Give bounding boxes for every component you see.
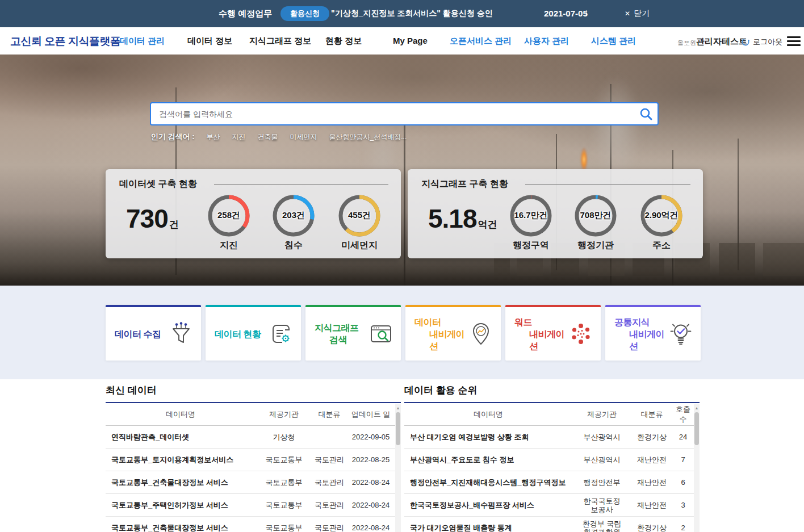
user-name: 관리자테스트 xyxy=(696,36,747,47)
graph-total: 5.18 억건 xyxy=(428,203,497,234)
table-row[interactable]: 부산광역시_주요도로 침수 정보 부산광역시 재난안전 7 xyxy=(404,449,694,471)
user-org: 올포원 xyxy=(677,39,696,47)
column-header: 제공기관 xyxy=(256,409,312,420)
donut-label: 침수 xyxy=(265,240,322,252)
table-row[interactable]: 국토교통부_토지이용계획정보서비스 국토교통부 국토관리 2022-08-25 xyxy=(106,449,395,471)
feature-label-line2: 검색 xyxy=(315,334,359,346)
donut-label: 행정기관 xyxy=(567,240,624,252)
logo[interactable]: 고신뢰 오픈 지식플랫폼 xyxy=(10,34,121,49)
nav-open-service-management[interactable]: 오픈서비스 관리 xyxy=(450,36,512,47)
scrollbar-thumb[interactable] xyxy=(694,412,699,445)
table-title: 데이터 활용 순위 xyxy=(404,384,700,397)
scroll-up-icon[interactable]: ▲ xyxy=(395,404,401,411)
table-header: 데이터명 제공기관 대분류 업데이트 일 xyxy=(106,403,395,426)
feature-label-line2: 내비게이션 xyxy=(614,328,668,352)
feature-label: 공통지식 xyxy=(614,316,668,328)
donut-fine-dust: 455건 미세먼지 xyxy=(331,194,388,252)
feature-data-status[interactable]: 데이터 현황 xyxy=(206,305,301,361)
logout-button[interactable]: 로그아웃 xyxy=(741,37,782,47)
table-scrollbar[interactable]: ▲ xyxy=(395,404,401,532)
table-row[interactable]: 국토교통부_건축물대장정보 서비스 국토교통부 국토관리 2022-08-24 xyxy=(106,471,395,494)
close-label: 닫기 xyxy=(634,9,650,19)
donut-label: 미세먼지 xyxy=(331,240,388,252)
donut-value: 16.7만건 xyxy=(503,210,559,221)
donut-admin-district: 16.7만건 행정구역 xyxy=(503,194,559,252)
feature-word-navigation[interactable]: 워드 내비게이션 xyxy=(505,305,601,361)
search-box xyxy=(150,102,659,125)
notification-close-button[interactable]: ✕ 닫기 xyxy=(625,9,650,19)
nav-knowledge-graph-info[interactable]: 지식그래프 정보 xyxy=(249,36,311,47)
latest-data-table: 최신 데이터 데이터명 제공기관 대분류 업데이트 일 연직바람관측_데이터셋 … xyxy=(106,384,401,532)
nav-data-info[interactable]: 데이터 정보 xyxy=(187,36,232,47)
scroll-gear-icon xyxy=(269,321,294,346)
feature-label: 데이터 수집 xyxy=(115,328,161,340)
table-scrollbar[interactable]: ▲ xyxy=(694,404,700,532)
feature-knowledge-graph-search[interactable]: 지식그래프 검색 xyxy=(305,305,401,361)
table-row[interactable]: 행정안전부_지진재해대응시스템_행정구역정보 행정안전부 재난안전 6 xyxy=(404,471,694,494)
search-icon xyxy=(639,107,654,122)
scroll-up-icon[interactable]: ▲ xyxy=(694,404,700,411)
total-unit: 억건 xyxy=(478,218,497,231)
nav-user-management[interactable]: 사용자 관리 xyxy=(524,36,569,47)
keyword-link[interactable]: 울산항만공사_선석배정... xyxy=(329,132,407,142)
feature-data-navigation[interactable]: 데이터 내비게이션 xyxy=(405,305,501,361)
dataset-status-card: 데이터셋 구축 현황 730 건 258건 지진 203건 xyxy=(106,169,401,258)
request-badge[interactable]: 활용신청 xyxy=(280,6,329,21)
feature-cards-section: 데이터 수집 데이터 현황 xyxy=(0,286,804,379)
nav-system-management[interactable]: 시스템 관리 xyxy=(591,36,636,47)
card-title: 지식그래프 구축 현황 xyxy=(421,178,508,190)
table-row[interactable]: 한국국토정보공사_배수펌프장 서비스 한국국토정보공사 재난안전 3 xyxy=(404,494,694,517)
column-header: 제공기관 xyxy=(572,409,631,420)
total-number: 5.18 xyxy=(428,203,477,234)
donut-earthquake: 258건 지진 xyxy=(200,194,257,252)
donut-value: 455건 xyxy=(331,210,388,221)
feature-label: 데이터 현황 xyxy=(215,328,261,340)
usage-ranking-table: 데이터 활용 순위 데이터명 제공기관 대분류 호출수 부산 대기오염 예경보발… xyxy=(404,384,700,532)
keyword-link[interactable]: 부산 xyxy=(207,132,220,142)
search-input[interactable] xyxy=(151,110,635,119)
donut-value: 708만건 xyxy=(567,210,624,221)
keyword-link[interactable]: 지진 xyxy=(232,132,246,142)
hamburger-menu-icon[interactable] xyxy=(787,36,801,48)
header: 고신뢰 오픈 지식플랫폼 데이터 관리 데이터 정보 지식그래프 정보 현황 정… xyxy=(0,27,804,55)
notification-message[interactable]: "기상청_지진정보 조회서비스" 활용신청 승인 xyxy=(331,9,493,19)
search-button[interactable] xyxy=(635,103,658,124)
column-header: 대분류 xyxy=(631,409,672,420)
donut-value: 203건 xyxy=(265,210,322,221)
donut-label: 주소 xyxy=(633,240,690,252)
table-row[interactable]: 국가 대기오염물질 배출량 통계 환경부 국립 환경과학원 환경기상 2 xyxy=(404,517,694,532)
table-row[interactable]: 국토교통부_주택인허가정보 서비스 국토교통부 국토관리 2022-08-24 xyxy=(106,494,395,517)
donut-address: 2.90억건 주소 xyxy=(633,194,690,252)
table-row[interactable]: 연직바람관측_데이터셋 기상청 2022-09-05 xyxy=(106,426,395,449)
total-number: 730 xyxy=(126,203,168,234)
column-header: 대분류 xyxy=(312,409,346,420)
divider xyxy=(214,184,388,185)
donut-value: 2.90억건 xyxy=(633,210,690,221)
column-header: 호출수 xyxy=(672,404,694,425)
feature-label: 데이터 xyxy=(414,316,468,328)
feature-label-line2: 내비게이션 xyxy=(514,328,568,352)
keyword-link[interactable]: 미세먼지 xyxy=(290,132,317,142)
feature-label: 지식그래프 xyxy=(315,322,359,334)
feature-common-knowledge-navigation[interactable]: 공통지식 내비게이션 xyxy=(605,305,701,361)
feature-label-line2: 내비게이션 xyxy=(414,328,468,352)
keyword-link[interactable]: 건축물 xyxy=(258,132,278,142)
nav-my-page[interactable]: My Page xyxy=(393,36,428,45)
scrollbar-thumb[interactable] xyxy=(396,412,400,445)
feature-data-collection[interactable]: 데이터 수집 xyxy=(106,305,201,361)
table-row[interactable]: 부산 대기오염 예경보발령 상황 조회 부산광역시 환경기상 24 xyxy=(404,426,694,449)
column-header: 데이터명 xyxy=(404,409,572,420)
table-header: 데이터명 제공기관 대분류 호출수 xyxy=(404,403,694,426)
expand-down-icon[interactable]: ↓ xyxy=(584,7,589,19)
notification-date: 2021-07-05 xyxy=(544,9,588,18)
nav-status-info[interactable]: 현황 정보 xyxy=(325,36,362,47)
page: 수행 예정업무 활용신청 "기상청_지진정보 조회서비스" 활용신청 승인 20… xyxy=(0,0,804,532)
donut-flood: 203건 침수 xyxy=(265,194,322,252)
nav-data-management[interactable]: 데이터 관리 xyxy=(120,36,165,47)
logout-label: 로그아웃 xyxy=(753,37,782,47)
card-title: 데이터셋 구축 현황 xyxy=(119,178,197,190)
table-row[interactable]: 국토교통부_건축물대장정보 서비스 국토교통부 국토관리 2022-08-24 xyxy=(106,517,395,532)
donut-label: 행정구역 xyxy=(503,240,559,252)
donut-value: 258건 xyxy=(200,210,257,221)
window-search-icon xyxy=(368,321,393,346)
